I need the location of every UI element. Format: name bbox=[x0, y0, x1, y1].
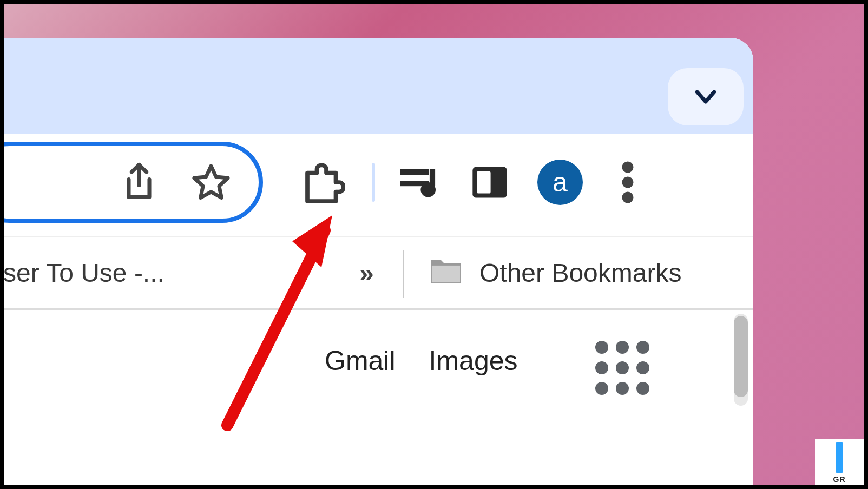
kebab-menu-icon bbox=[620, 160, 635, 205]
bookmarks-overflow-button[interactable]: » bbox=[359, 237, 374, 308]
chevron-down-icon bbox=[691, 82, 720, 111]
address-bar[interactable] bbox=[1, 142, 263, 223]
google-apps-button[interactable] bbox=[595, 341, 649, 395]
images-link[interactable]: Images bbox=[429, 345, 518, 376]
bookmark-star-button[interactable] bbox=[190, 162, 232, 203]
side-panel-icon bbox=[469, 162, 510, 203]
share-icon bbox=[121, 162, 157, 203]
svg-point-6 bbox=[622, 177, 634, 188]
svg-rect-0 bbox=[400, 169, 429, 175]
star-icon bbox=[190, 162, 232, 203]
toolbar-icon-group: a bbox=[282, 134, 660, 230]
media-controls-button[interactable] bbox=[397, 163, 442, 201]
page-content: Gmail Images bbox=[1, 310, 753, 489]
bookmark-item-truncated[interactable]: ser To Use -... bbox=[1, 258, 165, 288]
svg-point-5 bbox=[622, 162, 634, 173]
browser-toolbar: a bbox=[1, 134, 753, 237]
folder-icon bbox=[426, 250, 465, 295]
profile-avatar-button[interactable]: a bbox=[537, 160, 583, 205]
extensions-button[interactable] bbox=[300, 160, 345, 205]
profile-avatar-letter: a bbox=[553, 167, 568, 198]
svg-point-7 bbox=[622, 192, 634, 203]
bookmarks-separator bbox=[403, 250, 404, 298]
other-bookmarks-button[interactable]: Other Bookmarks bbox=[426, 237, 681, 308]
music-queue-icon bbox=[397, 163, 442, 201]
share-button[interactable] bbox=[121, 162, 157, 203]
svg-rect-4 bbox=[477, 171, 490, 193]
scrollbar-thumb[interactable] bbox=[734, 316, 748, 397]
chrome-menu-button[interactable] bbox=[620, 160, 635, 205]
bookmarks-bar: ser To Use -... » Other Bookmarks bbox=[1, 237, 753, 310]
side-panel-button[interactable] bbox=[469, 162, 510, 203]
watermark-label: GR bbox=[833, 475, 846, 484]
other-bookmarks-label: Other Bookmarks bbox=[479, 258, 681, 288]
header-links: Gmail Images bbox=[325, 345, 518, 376]
desktop-background: a ser To Use -... » bbox=[4, 4, 864, 485]
watermark: GR bbox=[815, 439, 864, 485]
toolbar-separator bbox=[372, 163, 375, 202]
search-tabs-button[interactable] bbox=[668, 68, 744, 125]
gmail-link[interactable]: Gmail bbox=[325, 345, 396, 376]
browser-window: a ser To Use -... » bbox=[1, 38, 753, 489]
svg-rect-8 bbox=[431, 265, 461, 283]
svg-point-2 bbox=[420, 182, 436, 197]
tab-strip bbox=[1, 38, 753, 134]
puzzle-piece-icon bbox=[300, 160, 345, 205]
